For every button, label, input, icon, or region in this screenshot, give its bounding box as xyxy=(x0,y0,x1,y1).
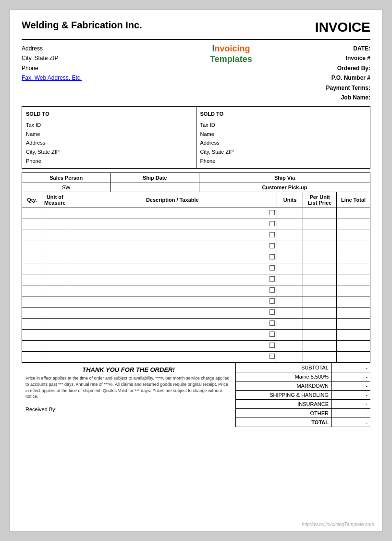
cell-total xyxy=(337,274,370,285)
table-row xyxy=(22,263,370,274)
header-desc: Description / Taxable xyxy=(68,192,277,208)
taxable-checkbox[interactable] xyxy=(268,274,277,283)
taxable-checkbox[interactable] xyxy=(268,330,277,339)
cell-units xyxy=(277,296,303,307)
table-row xyxy=(22,208,370,219)
cell-qty xyxy=(22,274,42,285)
cell-total xyxy=(337,230,370,241)
thank-you-message: THANK YOU FOR THE ORDER! xyxy=(25,366,232,373)
logo-templates: Templates xyxy=(210,54,252,64)
received-by-signature-line xyxy=(60,405,232,412)
cell-desc xyxy=(68,208,277,219)
other-row: OTHER - xyxy=(236,409,370,418)
company-name: Welding & Fabrication Inc. xyxy=(22,20,142,31)
cell-uom xyxy=(42,274,68,285)
cell-units xyxy=(277,285,303,296)
cell-price xyxy=(303,241,337,252)
markdown-value: - xyxy=(332,381,370,390)
cell-qty xyxy=(22,341,42,352)
cell-uom xyxy=(42,352,68,363)
shipping-data: SW Customer Pick-up xyxy=(22,183,370,192)
company-fax-link[interactable]: Fax, Web Address, Etc. xyxy=(22,74,82,81)
company-phone: Phone xyxy=(22,63,193,73)
invoice-title: INVOICE xyxy=(315,20,370,35)
name-right: Name xyxy=(200,130,367,139)
page-header: Welding & Fabrication Inc. INVOICE xyxy=(22,20,370,40)
table-row xyxy=(22,352,370,363)
taxable-checkbox[interactable] xyxy=(268,285,277,295)
tax-row: Maine 5.500% - xyxy=(236,372,370,381)
sold-to-section: SOLD TO Tax ID Name Address City, State … xyxy=(22,106,370,169)
cell-desc xyxy=(68,241,277,252)
cell-total xyxy=(337,285,370,296)
taxable-checkbox[interactable] xyxy=(268,241,277,250)
header-price: Per Unit List Price xyxy=(303,192,337,208)
cell-qty xyxy=(22,208,42,219)
logo-invoicing: nvoicing xyxy=(215,44,250,53)
taxable-checkbox[interactable] xyxy=(268,230,277,239)
table-row xyxy=(22,252,370,263)
footer-left: THANK YOU FOR THE ORDER! Price in effect… xyxy=(22,363,236,427)
taxable-checkbox[interactable] xyxy=(268,307,277,317)
fine-print: Price in effect applies at the time of o… xyxy=(25,375,232,399)
taxable-checkbox[interactable] xyxy=(268,296,277,306)
table-row xyxy=(22,341,370,352)
cell-price xyxy=(303,285,337,296)
cell-uom xyxy=(42,307,68,319)
sold-to-right: SOLD TO Tax ID Name Address City, State … xyxy=(196,107,370,168)
cell-uom xyxy=(42,330,68,341)
cell-qty xyxy=(22,296,42,307)
cell-price xyxy=(303,330,337,341)
job-name-label: Job Name: xyxy=(341,94,370,101)
cell-uom xyxy=(42,341,68,352)
cell-uom xyxy=(42,252,68,263)
cell-desc xyxy=(68,230,277,241)
cell-desc xyxy=(68,263,277,274)
taxable-checkbox[interactable] xyxy=(268,341,277,350)
taxable-checkbox[interactable] xyxy=(268,352,277,361)
header-uom: Unit of Measure xyxy=(42,192,68,208)
company-address: Address xyxy=(22,44,193,53)
cell-price xyxy=(303,252,337,263)
cell-units xyxy=(277,241,303,252)
tax-value: - xyxy=(332,372,370,381)
taxable-checkbox[interactable] xyxy=(268,263,277,272)
cell-price xyxy=(303,341,337,352)
table-row xyxy=(22,285,370,296)
sold-to-title-left: SOLD TO xyxy=(26,110,192,119)
cell-uom xyxy=(42,241,68,252)
cell-qty xyxy=(22,319,42,330)
table-row xyxy=(22,241,370,252)
cell-desc xyxy=(68,296,277,307)
company-info: Address City, State ZIP Phone Fax, Web A… xyxy=(22,44,197,102)
taxable-checkbox[interactable] xyxy=(268,252,277,261)
cell-units xyxy=(277,208,303,219)
cell-uom xyxy=(42,296,68,307)
table-row xyxy=(22,296,370,307)
markdown-row: MARKDOWN - xyxy=(236,381,370,391)
cell-total xyxy=(337,330,370,341)
cell-price xyxy=(303,219,337,230)
city-left: City, State ZIP xyxy=(26,148,192,157)
name-left: Name xyxy=(26,130,192,139)
taxable-checkbox[interactable] xyxy=(268,319,277,328)
header-units: Units xyxy=(277,192,303,208)
cell-price xyxy=(303,307,337,319)
taxable-checkbox[interactable] xyxy=(268,219,277,228)
cell-desc xyxy=(68,352,277,363)
insurance-row: INSURANCE - xyxy=(236,400,370,409)
phone-left: Phone xyxy=(26,157,192,166)
ordered-by-label: Ordered By: xyxy=(337,65,370,72)
cell-units xyxy=(277,252,303,263)
cell-units xyxy=(277,263,303,274)
cell-price xyxy=(303,319,337,330)
invoice-num-label: Invoice # xyxy=(346,55,370,61)
cell-uom xyxy=(42,285,68,296)
sales-person-value: SW xyxy=(22,183,111,192)
other-value: - xyxy=(332,409,370,418)
cell-units xyxy=(277,319,303,330)
table-row xyxy=(22,230,370,241)
ship-date-value xyxy=(111,183,200,192)
taxable-checkbox[interactable] xyxy=(268,208,277,217)
cell-uom xyxy=(42,319,68,330)
